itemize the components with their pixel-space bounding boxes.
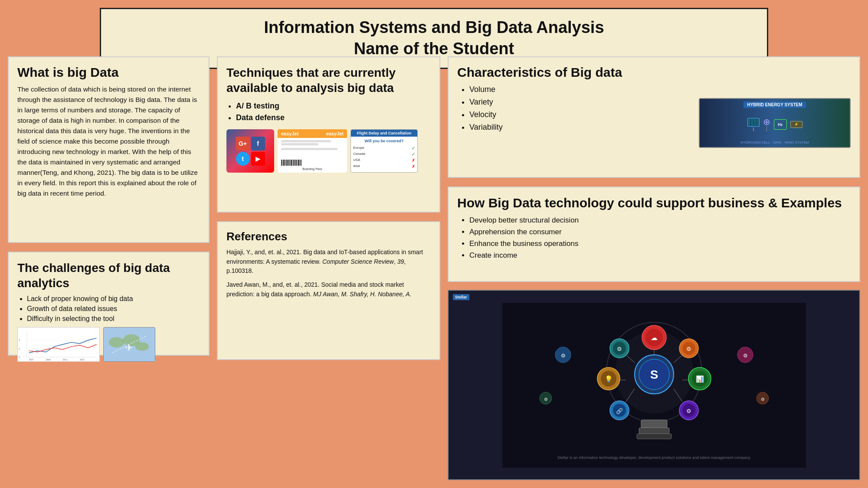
- howbig-item-3: Enhance the business operations: [469, 239, 851, 248]
- chart-image: 2007 2009 2011 2013 0 2 4: [17, 327, 100, 362]
- svg-text:2007: 2007: [29, 359, 34, 361]
- techniques-item-2: Data defense: [236, 113, 431, 122]
- techniques-images: G+ f t ▶ easyJet easyJet: [226, 129, 431, 173]
- svg-rect-54: [637, 434, 671, 439]
- howbig-item-4: Create income: [469, 251, 851, 260]
- flight-row-3: USA ✗: [353, 158, 415, 163]
- boarding-airline2: easyJet: [326, 131, 344, 136]
- flight-subtitle: Will you be covered?: [353, 139, 415, 143]
- flight-body: Will you be covered? Europe ✓ Canada ✓ U…: [351, 137, 417, 171]
- header-title: Information Systems and Big Data Analysi…: [114, 17, 754, 60]
- char-item-1: Volume: [469, 85, 591, 94]
- boarding-airline: easyJet: [281, 131, 298, 136]
- boarding-pass-block: easyJet easyJet Boarding P: [278, 129, 347, 173]
- flight-row-2: Canada ✓: [353, 152, 415, 157]
- references-entry-2: Javed Awan, M., and, et. al., 2021. Soci…: [226, 280, 431, 299]
- barcode: [281, 160, 344, 166]
- svg-text:✈: ✈: [125, 342, 133, 353]
- svg-text:⚙: ⚙: [686, 346, 691, 352]
- svg-rect-0: [18, 328, 98, 361]
- map-svg: ✈: [104, 327, 155, 362]
- hybrid-energy-label: HYBRID ENERGY SYSTEM ⊕ H₂: [700, 99, 850, 147]
- svg-text:⚙: ⚙: [760, 397, 764, 402]
- flight-header: Flight Delay and Cancellation: [351, 130, 417, 137]
- challenges-item-1: Lack of proper knowing of big data: [27, 295, 200, 303]
- panel-techniques: Techniques that are currently available …: [217, 56, 440, 213]
- techniques-list: A/ B testing Data defense: [236, 102, 431, 122]
- chart-svg: 2007 2009 2011 2013 0 2 4: [18, 328, 99, 361]
- hybrid-energy-image: HYBRID ENERGY SYSTEM ⊕ H₂: [699, 98, 851, 148]
- char-item-2: Variety: [469, 98, 591, 107]
- svg-text:⚙: ⚙: [560, 353, 565, 359]
- howbig-title: How Big Data technology could support bu…: [457, 195, 851, 211]
- boarding-line-1: [281, 140, 331, 142]
- characteristics-list: Volume Variety Velocity Variability: [469, 85, 591, 135]
- char-item-4: Variability: [469, 123, 591, 132]
- techniques-title: Techniques that are currently available …: [226, 65, 431, 95]
- references-entry-1: Hajjaji, Y., and, et. al., 2021. Big dat…: [226, 248, 431, 276]
- stellar-logo: Stellar: [453, 294, 469, 300]
- svg-text:4: 4: [19, 339, 20, 341]
- social-media-block: G+ f t ▶: [226, 129, 274, 173]
- boarding-line-3: [281, 148, 337, 150]
- svg-rect-53: [639, 428, 669, 434]
- panel-references: References Hajjaji, Y., and, et. al., 20…: [217, 221, 440, 360]
- howbig-list: Develop better structural decision Appre…: [469, 216, 851, 260]
- challenges-list: Lack of proper knowing of big data Growt…: [27, 295, 200, 323]
- svg-text:⚙: ⚙: [743, 353, 747, 359]
- references-title: References: [226, 230, 431, 243]
- gplus-icon: G+: [236, 137, 250, 151]
- techniques-item-1: A/ B testing: [236, 102, 431, 111]
- boarding-label: Boarding Pass: [281, 167, 344, 170]
- panel-stellar-image: Stellar S ☁ ⚙: [448, 290, 860, 480]
- svg-text:⚙: ⚙: [617, 346, 622, 352]
- boarding-line-2: [281, 143, 318, 145]
- svg-text:📊: 📊: [695, 375, 704, 383]
- panel-characteristics: Characteristics of Big data Volume Varie…: [448, 56, 860, 178]
- panel-challenges: The challenges of big data analytics Lac…: [8, 252, 210, 356]
- howbig-item-1: Develop better structural decision: [469, 216, 851, 225]
- challenges-images: 2007 2009 2011 2013 0 2 4 ✈: [17, 327, 200, 362]
- svg-point-13: [109, 337, 124, 347]
- challenges-item-3: Difficulty in selecting the tool: [27, 315, 200, 323]
- boarding-header: easyJet easyJet: [278, 129, 347, 138]
- svg-text:2009: 2009: [46, 359, 51, 361]
- facebook-icon: f: [251, 137, 265, 151]
- map-image: ✈: [103, 327, 155, 362]
- twitter-icon: t: [236, 152, 250, 166]
- char-item-3: Velocity: [469, 110, 591, 119]
- lightbulb-svg: S ☁ ⚙ 📊 ⚙ 🔗: [502, 303, 806, 468]
- what-body: The collection of data which is being st…: [17, 84, 200, 199]
- flight-delay-block: Flight Delay and Cancellation Will you b…: [350, 129, 418, 173]
- svg-text:0: 0: [19, 356, 20, 358]
- hybrid-title: HYBRID ENERGY SYSTEM: [744, 102, 806, 108]
- svg-text:💡: 💡: [604, 375, 613, 383]
- what-title: What is big Data: [17, 65, 200, 80]
- youtube-icon: ▶: [251, 152, 265, 166]
- svg-text:🔗: 🔗: [616, 407, 623, 415]
- howbig-item-2: Apprehension the consumer: [469, 228, 851, 236]
- svg-text:2: 2: [19, 348, 20, 350]
- svg-text:2013: 2013: [80, 359, 85, 361]
- panel-what-is-big-data: What is big Data The collection of data …: [8, 56, 210, 243]
- lightbulb-area: S ☁ ⚙ 📊 ⚙ 🔗: [449, 291, 859, 479]
- svg-point-15: [135, 342, 149, 351]
- svg-text:S: S: [650, 368, 658, 381]
- challenges-title: The challenges of big data analytics: [17, 260, 200, 291]
- svg-text:Stellar is an information tech: Stellar is an information technology dev…: [557, 455, 751, 460]
- svg-text:☁: ☁: [651, 334, 658, 341]
- flight-row-1: Europe ✓: [353, 146, 415, 151]
- characteristics-title: Characteristics of Big data: [457, 65, 851, 80]
- svg-text:⚙: ⚙: [544, 397, 547, 402]
- panel-how-big-data: How Big Data technology could support bu…: [448, 187, 860, 282]
- flight-row-4: Asia ✗: [353, 164, 415, 169]
- header-line2: Name of the Student: [354, 39, 514, 58]
- challenges-item-2: Growth of data related issues: [27, 305, 200, 313]
- boarding-body: Boarding Pass: [278, 138, 347, 173]
- svg-text:2011: 2011: [63, 359, 68, 361]
- svg-rect-52: [641, 420, 667, 428]
- svg-text:⚙: ⚙: [686, 408, 691, 414]
- header-line1: Information Systems and Big Data Analysi…: [264, 18, 604, 36]
